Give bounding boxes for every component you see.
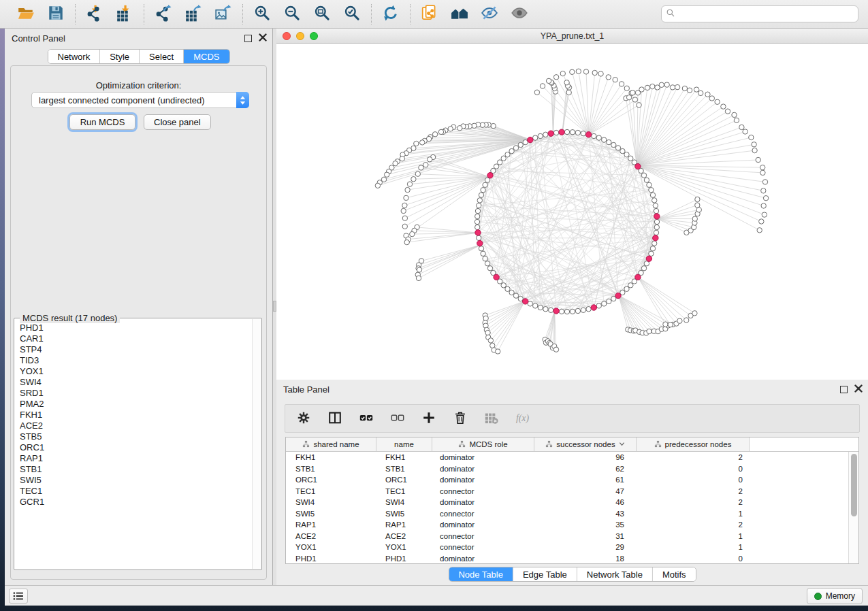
mcds-result-item[interactable]: SRD1 [15,388,252,399]
table-settings-button[interactable] [295,410,312,427]
tab-style[interactable]: Style [100,50,140,63]
export-image-button[interactable] [213,4,234,24]
network-window-titlebar[interactable]: YPA_prune.txt_1 [276,29,868,44]
select-all-button[interactable] [357,410,375,427]
network-graph[interactable] [276,44,868,380]
cell-predecessor-nodes[interactable]: 1 [637,508,750,520]
cell-shared-name[interactable]: SWI5 [286,508,376,520]
cell-successor-nodes[interactable]: 29 [534,542,637,553]
table-tab-network-table[interactable]: Network Table [577,567,653,581]
table-scrollbar-thumb[interactable] [851,454,857,516]
mcds-result-item[interactable]: ORC1 [15,442,252,453]
table-tab-edge-table[interactable]: Edge Table [513,567,577,581]
save-button[interactable] [46,4,66,24]
cell-name[interactable]: YOX1 [376,542,432,553]
table-tab-node-table[interactable]: Node Table [449,567,513,581]
run-mcds-button[interactable]: Run MCDS [69,114,135,130]
share-document-button[interactable] [419,4,440,24]
cell-shared-name[interactable]: RAP1 [286,519,376,531]
cell-shared-name[interactable]: TEC1 [286,486,376,497]
cell-successor-nodes[interactable]: 35 [534,519,637,531]
hide-graphics-details-button[interactable] [479,4,500,24]
cell-name[interactable]: TEC1 [376,486,432,497]
mcds-result-item[interactable]: YOX1 [15,366,252,377]
table-row[interactable]: ACE2ACE2connector311 [286,531,858,542]
mcds-result-item[interactable]: FKH1 [15,410,252,420]
mcds-result-item[interactable]: STP4 [15,344,252,355]
table-row[interactable]: ORC1ORC1dominator610 [286,474,858,486]
cell-name[interactable]: RAP1 [376,519,432,531]
cell-successor-nodes[interactable]: 62 [534,463,637,475]
cell-name[interactable]: STB1 [376,463,432,475]
mcds-result-item[interactable]: STB5 [15,431,252,442]
tab-mcds[interactable]: MCDS [184,50,229,63]
cell-name[interactable]: PHD1 [376,553,432,565]
criterion-dropdown[interactable]: largest connected component (undirected) [31,92,249,108]
mcds-result-item[interactable]: GCR1 [15,497,252,508]
close-table-panel-icon[interactable] [854,384,863,395]
cell-shared-name[interactable]: FKH1 [286,452,376,463]
table-row[interactable]: SWI5SWI5connector431 [286,508,858,520]
refresh-button[interactable] [381,4,401,24]
import-network-button[interactable] [84,4,105,24]
table-row[interactable]: PHD1PHD1dominator180 [286,553,858,565]
table-tab-motifs[interactable]: Motifs [653,567,696,581]
cell-predecessor-nodes[interactable]: 2 [637,452,750,463]
column-header-shared-name[interactable]: shared name [286,437,376,451]
cell-successor-nodes[interactable]: 43 [534,508,637,520]
cell-MCDS-role[interactable]: dominator [432,474,534,486]
cell-predecessor-nodes[interactable]: 0 [637,474,750,486]
cell-predecessor-nodes[interactable]: 2 [637,486,750,497]
cell-predecessor-nodes[interactable]: 0 [637,553,750,565]
mcds-result-item[interactable]: PHD1 [15,323,252,333]
close-panel-button[interactable]: Close panel [144,114,211,130]
mcds-result-list[interactable]: PHD1CAR1STP4TID3YOX1SWI4SRD1PMA2FKH1ACE2… [15,323,252,569]
mcds-result-item[interactable]: TEC1 [15,486,252,497]
show-columns-button[interactable] [326,410,344,427]
cell-MCDS-role[interactable]: dominator [432,463,534,475]
close-panel-icon[interactable] [259,33,267,44]
cell-MCDS-role[interactable]: connector [432,542,534,553]
column-header-MCDS-role[interactable]: MCDS role [432,437,534,451]
open-folder-button[interactable] [16,4,36,24]
zoom-out-button[interactable] [282,4,302,24]
table-row[interactable]: STB1STB1dominator620 [286,463,858,475]
delete-row-button[interactable] [451,410,469,427]
cell-MCDS-role[interactable]: dominator [432,553,534,565]
show-graphics-details-button[interactable] [509,4,530,24]
export-table-button[interactable] [183,4,204,24]
zoom-fit-button[interactable] [312,4,332,24]
cell-MCDS-role[interactable]: dominator [432,452,534,463]
cell-successor-nodes[interactable]: 47 [534,486,637,497]
table-row[interactable]: FKH1FKH1dominator962 [286,452,858,463]
add-row-button[interactable] [420,410,438,427]
mcds-result-item[interactable]: SWI4 [15,377,252,388]
table-row[interactable]: RAP1RAP1dominator352 [286,519,858,531]
import-table-button[interactable] [114,4,135,24]
cell-MCDS-role[interactable]: connector [432,531,534,542]
cell-predecessor-nodes[interactable]: 1 [637,542,750,553]
cell-name[interactable]: FKH1 [376,452,432,463]
cell-successor-nodes[interactable]: 61 [534,474,637,486]
cell-MCDS-role[interactable]: dominator [432,497,534,508]
cell-successor-nodes[interactable]: 96 [534,452,637,463]
cell-shared-name[interactable]: SWI4 [286,497,376,508]
cell-predecessor-nodes[interactable]: 2 [637,519,750,531]
table-row[interactable]: YOX1YOX1connector291 [286,542,858,553]
cell-successor-nodes[interactable]: 46 [534,497,637,508]
table-row[interactable]: SWI4SWI4dominator462 [286,497,858,508]
cell-shared-name[interactable]: STB1 [286,463,376,475]
home-pages-button[interactable] [449,4,470,24]
cell-name[interactable]: ACE2 [376,531,432,542]
cell-name[interactable]: SWI5 [376,508,432,520]
tab-network[interactable]: Network [48,50,100,63]
column-header-successor-nodes[interactable]: successor nodes [534,437,637,451]
quick-search-input[interactable] [675,6,854,22]
mcds-result-item[interactable]: CAR1 [15,333,252,344]
mcds-result-item[interactable]: RAP1 [15,453,252,464]
cell-shared-name[interactable]: ORC1 [286,474,376,486]
cell-predecessor-nodes[interactable]: 2 [637,497,750,508]
mcds-result-item[interactable]: STB1 [15,464,252,475]
mcds-result-item[interactable]: SWI5 [15,475,252,486]
cell-predecessor-nodes[interactable]: 0 [637,463,750,475]
